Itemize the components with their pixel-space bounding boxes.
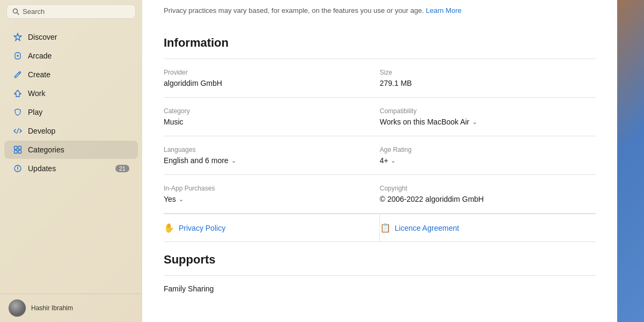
main-content: Privacy practices may vary based, for ex… (142, 0, 617, 322)
family-sharing-label: Family Sharing (164, 284, 214, 293)
svg-rect-9 (14, 150, 18, 153)
svg-marker-2 (14, 33, 21, 41)
compatibility-value-dropdown[interactable]: Works on this MacBook Air ⌄ (380, 118, 596, 126)
info-cell-age-rating: Age Rating 4+ ⌄ (380, 136, 596, 175)
in-app-purchases-value: Yes (164, 195, 176, 203)
compatibility-value: Works on this MacBook Air (380, 118, 470, 126)
sidebar-item-updates-label: Updates (28, 164, 110, 173)
develop-icon (13, 126, 23, 136)
age-rating-value: 4+ (380, 156, 389, 165)
licence-agreement-label: Licence Agreement (395, 224, 459, 232)
sidebar-item-play[interactable]: Play (4, 103, 138, 121)
nav-items: Discover Arcade Create (0, 25, 142, 294)
sidebar-item-play-label: Play (28, 108, 129, 116)
size-label: Size (380, 69, 596, 76)
privacy-policy-link[interactable]: ✋ Privacy Policy (164, 214, 380, 241)
updates-badge: 21 (115, 165, 129, 172)
supports-section: Supports Family Sharing (164, 253, 596, 302)
languages-value: English and 6 more (164, 156, 229, 165)
right-background (617, 0, 644, 322)
sidebar-item-categories[interactable]: Categories (4, 141, 138, 159)
provider-value: algoriddim GmbH (164, 79, 369, 87)
sidebar-item-updates[interactable]: Updates 21 (4, 159, 138, 178)
sidebar-item-work[interactable]: Work (4, 84, 138, 103)
svg-line-6 (17, 128, 19, 134)
info-cell-compatibility: Compatibility Works on this MacBook Air … (380, 98, 596, 136)
sidebar-item-categories-label: Categories (28, 145, 129, 154)
age-rating-label: Age Rating (380, 146, 596, 153)
arcade-icon (13, 51, 23, 61)
learn-more-link[interactable]: Learn More (426, 6, 461, 14)
privacy-policy-icon: ✋ (164, 223, 174, 233)
work-icon (13, 89, 23, 98)
links-row: ✋ Privacy Policy 📋 Licence Agreement (164, 214, 596, 242)
compatibility-chevron-icon: ⌄ (472, 119, 477, 126)
copyright-label: Copyright (380, 185, 596, 192)
info-cell-category: Category Music (164, 98, 380, 136)
copyright-value: © 2006-2022 algoriddim GmbH (380, 195, 596, 203)
info-cell-copyright: Copyright © 2006-2022 algoriddim GmbH (380, 175, 596, 214)
in-app-purchases-chevron-icon: ⌄ (179, 196, 184, 203)
svg-line-1 (17, 13, 19, 15)
privacy-notice-text: Privacy practices may vary based, for ex… (164, 6, 424, 14)
languages-label: Languages (164, 146, 369, 153)
svg-rect-7 (14, 147, 18, 150)
updates-icon (13, 164, 23, 173)
compatibility-label: Compatibility (380, 107, 596, 115)
age-rating-value-dropdown[interactable]: 4+ ⌄ (380, 156, 596, 165)
sidebar: Search Discover Arcade (0, 0, 142, 322)
svg-point-13 (17, 170, 18, 171)
categories-icon (13, 145, 23, 155)
sidebar-item-arcade-label: Arcade (28, 52, 129, 60)
search-placeholder: Search (23, 8, 45, 16)
category-label: Category (164, 107, 369, 115)
sidebar-item-discover[interactable]: Discover (4, 28, 138, 46)
supports-title: Supports (164, 253, 596, 276)
info-grid: Provider algoriddim GmbH Size 279.1 MB C… (164, 59, 596, 214)
in-app-purchases-label: In-App Purchases (164, 185, 369, 192)
languages-value-dropdown[interactable]: English and 6 more ⌄ (164, 156, 369, 165)
information-title: Information (164, 25, 596, 59)
info-cell-provider: Provider algoriddim GmbH (164, 59, 380, 98)
in-app-purchases-dropdown[interactable]: Yes ⌄ (164, 195, 369, 203)
svg-line-5 (19, 72, 20, 74)
info-cell-languages: Languages English and 6 more ⌄ (164, 136, 380, 175)
sidebar-item-discover-label: Discover (28, 33, 129, 41)
svg-rect-10 (18, 150, 21, 153)
user-name: Hashir Ibrahim (31, 304, 73, 312)
avatar (9, 299, 26, 317)
languages-chevron-icon: ⌄ (231, 157, 236, 164)
create-icon (13, 70, 23, 79)
sidebar-item-develop[interactable]: Develop (4, 122, 138, 140)
content-inner: Privacy practices may vary based, for ex… (142, 0, 617, 322)
provider-label: Provider (164, 69, 369, 76)
search-bar[interactable]: Search (6, 4, 136, 19)
family-sharing-item: Family Sharing (164, 276, 596, 302)
licence-agreement-link[interactable]: 📋 Licence Agreement (380, 214, 596, 241)
info-cell-size: Size 279.1 MB (380, 59, 596, 98)
category-value: Music (164, 118, 369, 126)
privacy-policy-label: Privacy Policy (179, 224, 225, 232)
svg-rect-8 (18, 147, 21, 150)
sidebar-item-arcade[interactable]: Arcade (4, 47, 138, 65)
sidebar-item-develop-label: Develop (28, 127, 129, 135)
play-icon (13, 107, 23, 117)
sidebar-item-create[interactable]: Create (4, 65, 138, 84)
age-rating-chevron-icon: ⌄ (391, 157, 396, 164)
privacy-notice: Privacy practices may vary based, for ex… (164, 0, 596, 25)
size-value: 279.1 MB (380, 79, 596, 87)
info-cell-in-app-purchases: In-App Purchases Yes ⌄ (164, 175, 380, 214)
sidebar-item-work-label: Work (28, 89, 129, 98)
discover-icon (13, 32, 23, 42)
information-section: Information Provider algoriddim GmbH Siz… (164, 25, 596, 242)
search-icon (12, 8, 19, 15)
sidebar-item-create-label: Create (28, 70, 129, 79)
user-profile[interactable]: Hashir Ibrahim (0, 294, 142, 322)
licence-agreement-icon: 📋 (380, 223, 391, 233)
